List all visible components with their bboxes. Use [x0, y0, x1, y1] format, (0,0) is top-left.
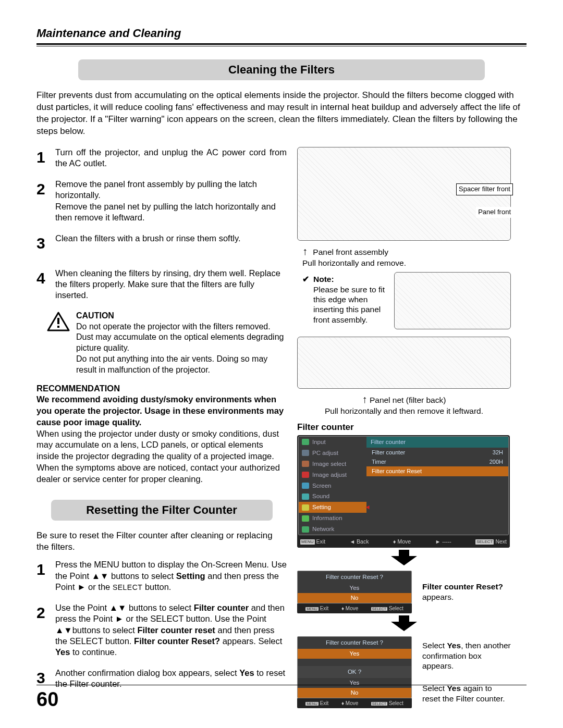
diagram-caption: Panel front assembly	[302, 245, 511, 258]
pc-adjust-icon	[302, 450, 309, 456]
step-number: 1	[36, 559, 48, 579]
step-number: 4	[36, 268, 48, 288]
caution-body: CAUTION Do not operate the projector wit…	[76, 311, 287, 376]
step-text: Turn off the projector, and unplug the A…	[55, 147, 287, 169]
step-number: 2	[36, 602, 48, 623]
note-body: Please be sure to fit this edge when ins…	[313, 285, 385, 324]
input-icon	[302, 439, 309, 445]
image-select-icon	[302, 461, 309, 467]
step-number: 2	[36, 179, 48, 199]
dialog-row-2: Filter counter Reset ? Yes OK ? Yes No M…	[297, 636, 511, 708]
dialog-reset-confirm2: Filter counter Reset ? Yes OK ? Yes No	[297, 636, 412, 698]
step-text: Press the MENU button to display the On-…	[55, 559, 287, 593]
arrow-down-icon	[297, 615, 511, 634]
network-icon	[302, 526, 309, 533]
osd-menu-screenshot: Input PC adjust Image select Image adjus…	[297, 435, 510, 548]
dialog-side-text2: Select Yes, then another confirmation bo…	[422, 640, 511, 704]
dialog-footer: MENU Exit ♦ Move SELECT Select	[297, 698, 412, 708]
svg-marker-3	[391, 550, 417, 565]
note-title: Note:	[313, 275, 334, 283]
spacer-filter-label: Spacer filter front	[456, 183, 513, 195]
chapter-title-underline	[36, 46, 527, 46]
svg-marker-4	[391, 615, 417, 631]
panel-net-label: Panel net (filter back)	[297, 393, 511, 406]
reset-step-3: 3 Another confirmation dialog box appear…	[36, 668, 287, 690]
step-text: Another confirmation dialog box appears,…	[55, 668, 287, 690]
step-text: When cleaning the filters by rinsing, dr…	[55, 268, 287, 301]
recommendation-title: RECOMMENDATION	[36, 384, 120, 393]
arrow-up-icon	[302, 245, 308, 258]
dialog-row-1: Filter counter Reset ? Yes No MENU Exit …	[297, 571, 511, 613]
svg-rect-2	[57, 326, 59, 328]
left-column: 1 Turn off the projector, and unplug the…	[36, 147, 287, 710]
note-block: ✔ Note: Please be sure to fit this edge …	[302, 274, 391, 325]
caution-text: Do not operate the projector with the fi…	[76, 322, 284, 374]
checkmark-icon: ✔	[302, 274, 309, 325]
recommendation-body: When using the projector under dusty or …	[36, 429, 280, 484]
osd-menu-footer: MENU Exit ◄Back ♦ Move ► ----- SELECT Ne…	[297, 536, 510, 548]
diagram-filter-insert	[394, 272, 511, 329]
screen-icon	[302, 483, 309, 489]
panel-net-sketch-icon	[297, 337, 511, 389]
reset-intro: Be sure to reset the Filter counter afte…	[36, 530, 287, 553]
two-column-layout: 1 Turn off the projector, and unplug the…	[36, 147, 527, 710]
caution-block: CAUTION Do not operate the projector wit…	[47, 311, 287, 376]
dialog-reset-confirm: Filter counter Reset ? Yes No	[297, 571, 412, 603]
diagram-panel-front: Spacer filter front Panel front	[297, 147, 511, 241]
arrow-up-icon	[362, 393, 368, 406]
step-number: 3	[36, 233, 48, 253]
sound-icon	[302, 493, 309, 500]
dialog-footer: MENU Exit ♦ Move SELECT Select	[297, 603, 412, 613]
diagram-panel-net	[297, 337, 511, 389]
filter-counter-heading: Filter counter	[297, 422, 511, 433]
chapter-title: Maintenance and Cleaning	[36, 26, 527, 45]
section-bar-reset: Resetting the Filter Counter	[51, 500, 273, 521]
osd-menu-right: Filter counter Filter counter32H Timer20…	[366, 437, 508, 535]
recommendation-block: RECOMMENDATION We recommend avoiding dus…	[36, 383, 287, 485]
step-4: 4 When cleaning the filters by rinsing, …	[36, 268, 287, 301]
step-text: Remove the panel front assembly by pulli…	[55, 179, 287, 224]
reset-step-1: 1 Press the MENU button to display the O…	[36, 559, 287, 593]
setting-icon	[302, 504, 309, 511]
step-3: 3 Clean the filters with a brush or rins…	[36, 233, 287, 253]
osd-menu-left: Input PC adjust Image select Image adjus…	[299, 437, 366, 535]
filter-insert-sketch-icon	[394, 272, 511, 329]
intro-paragraph: Filter prevents dust from accumulating o…	[36, 90, 527, 138]
right-column: Spacer filter front Panel front Panel fr…	[297, 147, 511, 710]
reset-step-2: 2 Use the Point ▲▼ buttons to select Fil…	[36, 602, 287, 658]
step-number: 1	[36, 147, 48, 167]
image-adjust-icon	[302, 472, 309, 478]
diagram-caption2: Pull horizontally and remove.	[302, 258, 511, 268]
recommendation-strong: We recommend avoiding dusty/smoky enviro…	[36, 394, 287, 428]
step-2: 2 Remove the panel front assembly by pul…	[36, 179, 287, 224]
warning-triangle-icon	[47, 312, 70, 331]
section-bar-cleaning: Cleaning the Filters	[78, 59, 485, 81]
dialog-side-text: Filter counter Reset? appears.	[422, 582, 511, 602]
panel-front-label: Panel front	[476, 207, 513, 218]
note-diagram-row: ✔ Note: Please be sure to fit this edge …	[297, 272, 511, 334]
arrow-down-icon	[297, 550, 511, 569]
information-icon	[302, 515, 309, 522]
caution-title: CAUTION	[76, 311, 287, 322]
reset-section: Resetting the Filter Counter Be sure to …	[36, 500, 287, 690]
step-text: Clean the filters with a brush or rinse …	[55, 233, 287, 244]
step-text: Use the Point ▲▼ buttons to select Filte…	[55, 602, 287, 658]
footer-divider	[36, 685, 527, 685]
step-1: 1 Turn off the projector, and unplug the…	[36, 147, 287, 169]
page-number: 60	[36, 687, 58, 712]
panel-net-pull-label: Pull horizontally and then remove it lef…	[297, 406, 511, 416]
svg-rect-1	[57, 318, 59, 324]
